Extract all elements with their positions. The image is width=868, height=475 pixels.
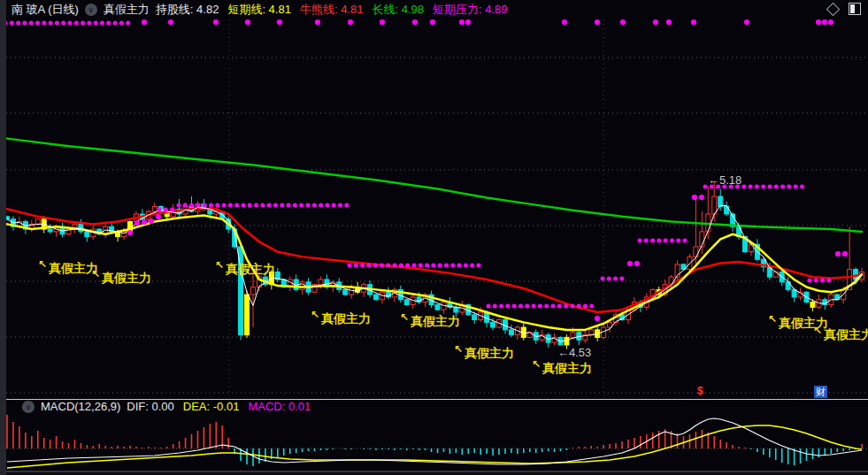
svg-text:真假主力: 真假主力 [225, 262, 275, 276]
macd-chevron-down-icon[interactable]: ∨ [22, 401, 35, 413]
annotation: ↖真假主力 [813, 325, 868, 341]
diamond-icon[interactable] [826, 2, 841, 16]
svg-text:↖: ↖ [532, 358, 541, 371]
titlebar-icons [828, 3, 861, 15]
svg-text:↖: ↖ [91, 268, 100, 280]
title-bar: 南 玻A (日线) ∨ 真假主力 持股线: 4.82短期线: 4.81牛熊线: … [6, 0, 868, 19]
legend-item: DIF: 0.00 [127, 400, 173, 413]
dif-line [7, 418, 862, 464]
svg-text:真假主力: 真假主力 [320, 311, 371, 326]
candle [589, 330, 594, 335]
left-edge-strip [0, 0, 6, 475]
candle [810, 303, 815, 308]
legend-item: 牛熊线: 4.81 [300, 2, 364, 18]
panel-layout-icon[interactable] [849, 3, 861, 15]
candle [404, 300, 409, 305]
svg-text:↖: ↖ [215, 259, 224, 272]
candle [565, 337, 569, 345]
price-label: ←4.53 [557, 346, 591, 359]
candle [571, 333, 575, 338]
candle [454, 307, 458, 312]
candle [435, 304, 440, 310]
svg-text:真假主力: 真假主力 [464, 346, 514, 360]
candle [152, 206, 157, 211]
candle [472, 315, 477, 320]
dividend-marker[interactable]: $ [697, 385, 703, 397]
stock-title: 南 玻A (日线) [12, 2, 79, 18]
macd-legend: DIF: 0.00DEA: -0.01MACD: 0.01 [127, 400, 311, 413]
legend-item: 短期压力: 4.89 [433, 2, 508, 18]
svg-text:↖: ↖ [768, 313, 777, 326]
candle [343, 289, 348, 295]
macd-indicator-name: MACD(12,26,9) [41, 400, 120, 413]
svg-text:↖: ↖ [311, 309, 319, 321]
candle [509, 330, 513, 335]
annotation: ↖真假主力 [38, 258, 98, 275]
legend-item: 长线: 4.98 [372, 2, 424, 18]
annotation: ↖真假主力 [532, 358, 592, 375]
candle [319, 280, 323, 285]
candle [245, 295, 250, 335]
candle [85, 232, 89, 237]
candle [300, 282, 304, 290]
svg-text:真假主力: 真假主力 [410, 314, 460, 328]
candle [718, 196, 723, 206]
legend-item: DEA: -0.01 [183, 400, 240, 413]
finance-report-marker[interactable]: 财 [814, 386, 827, 398]
svg-text:真假主力: 真假主力 [542, 361, 592, 375]
svg-text:真假主力: 真假主力 [823, 327, 868, 341]
svg-text:真假主力: 真假主力 [101, 271, 151, 285]
svg-text:↖: ↖ [454, 343, 463, 356]
chevron-down-icon[interactable]: ∨ [85, 4, 97, 16]
candle [48, 229, 52, 232]
svg-text:↖: ↖ [813, 325, 822, 337]
svg-text:↖: ↖ [400, 311, 409, 324]
legend-item: 短期线: 4.81 [227, 2, 291, 18]
price-label: ←5.18 [708, 173, 741, 187]
macd-label-bar: ∨ MACD(12,26,9) DIF: 0.00DEA: -0.01MACD:… [6, 399, 868, 413]
annotation: ↖真假主力 [311, 309, 371, 326]
legend-item: MACD: 0.01 [248, 400, 311, 413]
candle [35, 219, 40, 225]
candle [749, 244, 753, 252]
svg-text:↖: ↖ [38, 258, 47, 271]
indicator-legend: 持股线: 4.82短期线: 4.81牛熊线: 4.81长线: 4.98短期压力:… [156, 2, 508, 18]
candle [251, 287, 256, 295]
candle [374, 295, 379, 300]
annotation: ↖真假主力 [91, 268, 151, 285]
app-window: ↖真假主力↖真假主力↖真假主力↖真假主力↖真假主力↖真假主力↖真假主力↖真假主力… [0, 0, 868, 475]
annotation: ↖真假主力 [215, 259, 275, 276]
legend-item: 持股线: 4.82 [156, 2, 219, 18]
indicator-name: 真假主力 [104, 2, 150, 18]
annotation: ↖真假主力 [454, 343, 514, 360]
annotation: ↖真假主力 [400, 311, 460, 328]
candle [491, 322, 495, 327]
